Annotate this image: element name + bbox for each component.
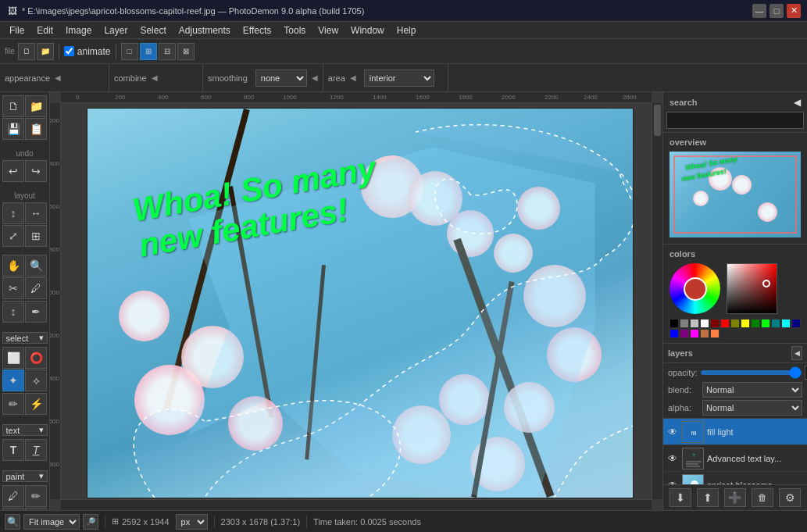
tool-brush[interactable]: 🖊 [2,485,24,507]
view-mode-2[interactable]: ⊞ [140,43,157,60]
combine-panel-label[interactable]: combine [114,73,147,83]
menu-adjustments[interactable]: Adjustments [173,23,237,37]
swatch-green[interactable] [751,319,760,328]
tool-layout-2[interactable]: ↔ [25,202,47,224]
blend-dropdown[interactable]: Normal Multiply Screen Overlay [702,382,802,398]
fit-dropdown[interactable]: Fit image 100% 50% 200% [23,514,80,530]
color-wheel[interactable] [670,263,720,314]
swatch-silver[interactable] [690,319,699,328]
zoom-in-btn[interactable]: 🔎 [83,514,98,530]
tool-layout-1[interactable]: ↕ [2,202,24,224]
swatch-navy[interactable] [791,319,801,328]
menu-view[interactable]: View [312,23,345,37]
tool-layout-3[interactable]: ⤢ [2,225,24,247]
canvas-image-wrapper[interactable]: Whoa! So many new features! [87,108,637,506]
appearance-panel-arrow[interactable]: ◀ [55,73,61,82]
swatch-black[interactable] [670,319,679,328]
area-panel-arrow[interactable]: ◀ [350,73,356,82]
tool-measure[interactable]: ↕ [2,301,24,323]
layer-visibility-icon[interactable]: 👁 [666,479,679,485]
swatch-white[interactable] [700,319,709,328]
select-dropdown[interactable]: select ▾ [2,332,48,344]
menu-tools[interactable]: Tools [277,23,312,37]
tool-redo[interactable]: ↪ [25,160,47,182]
menu-effects[interactable]: Effects [237,23,277,37]
tool-eyedropper[interactable]: 💉 [25,508,47,510]
smoothing-panel-arrow[interactable]: ◀ [312,73,318,82]
unit-dropdown[interactable]: px cm in [176,514,208,530]
tool-zoom[interactable]: 🔍 [25,255,47,277]
tool-save[interactable]: 💾 [2,118,24,140]
menu-window[interactable]: Window [345,23,391,37]
swatch-purple[interactable] [680,329,689,338]
menu-help[interactable]: Help [391,23,423,37]
menu-image[interactable]: Image [59,23,98,37]
combine-panel-arrow[interactable]: ◀ [152,73,158,82]
zoom-out-btn[interactable]: 🔍 [5,514,20,530]
smoothing-dropdown[interactable]: none light medium heavy [255,70,307,87]
layers-title[interactable]: layers [668,348,693,358]
layer-visibility-icon[interactable]: 👁 [666,452,679,465]
swatch-gray[interactable] [680,319,689,328]
canvas-image[interactable]: Whoa! So many new features! [87,108,634,498]
tool-rect-select[interactable]: ⬜ [2,347,24,369]
layer-move-down-btn[interactable]: ⬇ [670,488,691,507]
layer-visibility-icon[interactable]: 👁 [666,426,679,438]
color-square[interactable] [727,263,777,314]
swatch-orange[interactable] [710,329,720,338]
animate-checkbox[interactable] [64,46,74,56]
new-file-button[interactable]: 🗋 [18,43,35,60]
search-header[interactable]: search ◀ [666,95,804,109]
tool-new[interactable]: 🗋 [2,95,24,117]
overview-thumbnail[interactable]: Whoa! So many new features! [670,152,801,237]
tool-eyedrop[interactable]: ✒ [25,301,47,323]
swatch-cyan[interactable] [781,319,791,328]
tool-pencil[interactable]: ✏ [25,485,47,507]
swatch-maroon[interactable] [710,319,720,328]
layers-collapse-btn[interactable]: ◀ [791,346,802,360]
tool-open[interactable]: 📁 [25,95,47,117]
swatch-teal[interactable] [771,319,780,328]
appearance-panel-label[interactable]: appearance [5,73,50,83]
swatch-brown[interactable] [700,329,709,338]
tool-select-sub2[interactable]: ⚡ [25,393,47,415]
menu-edit[interactable]: Edit [30,23,59,37]
minimize-button[interactable]: — [752,4,766,18]
overview-header[interactable]: overview [666,136,804,148]
swatch-yellow[interactable] [741,319,750,328]
layer-settings-btn[interactable]: ⚙ [779,488,801,507]
tool-pan[interactable]: ✋ [2,255,24,277]
layer-item[interactable]: 👁 T Advanced text lay... [663,445,807,472]
tool-ellipse-select[interactable]: ⭕ [25,347,47,369]
tool-select-sub1[interactable]: ✏ [2,393,24,415]
tool-lasso-select[interactable]: ✦ [2,370,24,391]
layer-add-btn[interactable]: ➕ [724,488,746,507]
swatch-blue[interactable] [670,329,679,338]
alpha-dropdown[interactable]: Normal Inherit [702,400,802,416]
tool-magic-select[interactable]: ⟡ [25,370,47,391]
opacity-slider[interactable] [701,370,802,375]
maximize-button[interactable]: □ [770,4,784,18]
menu-file[interactable]: File [3,23,30,37]
area-dropdown[interactable]: interior exterior boundary [364,70,434,87]
colors-header[interactable]: colors [666,248,804,260]
close-button[interactable]: ✕ [787,4,801,18]
swatch-red[interactable] [720,319,730,328]
layer-move-up-btn[interactable]: ⬆ [697,488,719,507]
view-mode-4[interactable]: ⊠ [177,43,195,60]
search-input[interactable] [666,112,804,129]
smoothing-panel-label[interactable]: smoothing [208,73,248,83]
layer-delete-btn[interactable]: 🗑 [752,488,773,507]
text-dropdown[interactable]: text ▾ [2,424,48,436]
tool-crop[interactable]: ✂ [2,277,24,299]
tool-fill[interactable]: 🪣 [2,508,24,510]
tool-copy[interactable]: 📋 [25,118,47,140]
swatch-lime[interactable] [761,319,770,328]
swatch-magenta[interactable] [690,329,699,338]
open-file-button[interactable]: 📁 [37,43,54,60]
area-panel-label[interactable]: area [328,73,345,83]
paint-dropdown[interactable]: paint ▾ [2,470,48,482]
swatch-olive[interactable] [730,319,740,328]
tool-pen[interactable]: 🖊 [25,277,47,299]
view-mode-3[interactable]: ⊟ [159,43,176,60]
